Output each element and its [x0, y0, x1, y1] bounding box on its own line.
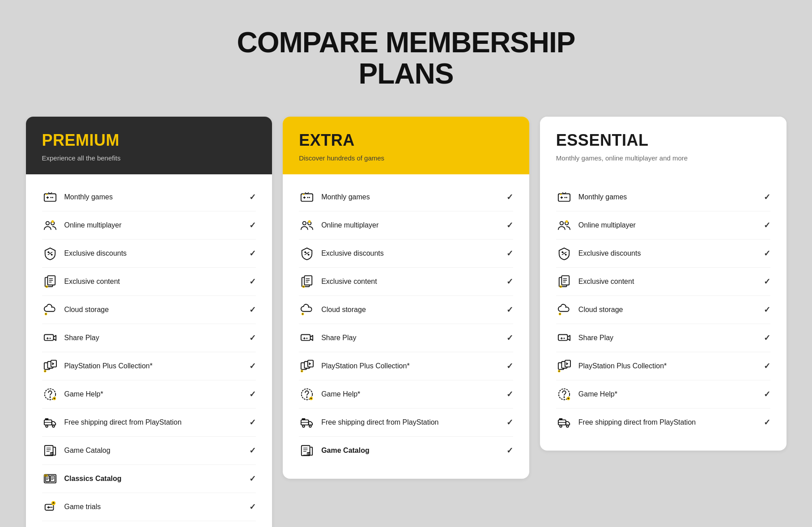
check-icon: ✓: [506, 446, 513, 455]
svg-rect-24: [45, 418, 48, 420]
feature-row: Exclusive discounts✓: [556, 240, 770, 268]
card-extra: EXTRADiscover hundreds of games Monthly …: [283, 117, 529, 479]
svg-point-86: [566, 425, 569, 427]
svg-rect-76: [558, 334, 568, 340]
feature-label: Exclusive discounts: [578, 249, 641, 257]
svg-point-50: [306, 337, 308, 339]
svg-rect-39: [303, 194, 305, 195]
check-icon: ✓: [249, 192, 256, 202]
feature-row: Game Help*✓: [299, 380, 513, 409]
ps-collection-icon: [42, 358, 58, 374]
exclusive-discounts-icon: [42, 245, 58, 261]
feature-row: Game Help*✓: [556, 380, 770, 409]
feature-row: Share Play✓: [299, 324, 513, 352]
feature-row: Free shipping direct from PlayStation✓: [299, 409, 513, 437]
svg-rect-28: [45, 476, 49, 481]
svg-point-77: [563, 337, 565, 339]
feature-label: Online multiplayer: [64, 221, 122, 229]
svg-point-85: [560, 425, 562, 427]
svg-point-7: [47, 251, 49, 253]
check-icon: ✓: [249, 389, 256, 399]
check-icon: ✓: [249, 417, 256, 427]
check-icon: ✓: [506, 389, 513, 399]
feature-row: Exclusive discounts✓: [42, 240, 256, 268]
cloud-storage-icon: [299, 302, 315, 318]
check-icon: ✓: [249, 502, 256, 512]
svg-point-59: [309, 425, 311, 427]
feature-label: Exclusive discounts: [64, 249, 127, 257]
svg-point-6: [51, 220, 54, 223]
check-icon: ✓: [249, 361, 256, 371]
svg-rect-29: [45, 476, 49, 481]
free-shipping-icon: [299, 414, 315, 430]
game-help-icon: [299, 386, 315, 402]
feature-label: PlayStation Plus Collection*: [64, 362, 153, 370]
check-icon: ✓: [764, 249, 770, 258]
check-icon: ✓: [764, 192, 770, 202]
online-multiplayer-icon: [42, 217, 58, 233]
card-header-premium: PREMIUMExperience all the benefits: [26, 117, 272, 174]
plan-name-premium: PREMIUM: [42, 131, 256, 150]
feature-label: Game Help*: [321, 390, 360, 398]
svg-point-23: [52, 425, 55, 427]
free-shipping-icon: [42, 414, 58, 430]
feature-label: Free shipping direct from PlayStation: [578, 418, 696, 426]
game-catalog-icon: [42, 443, 58, 459]
check-icon: ✓: [506, 361, 513, 371]
feature-label: Share Play: [64, 334, 99, 342]
feature-label: PlayStation Plus Collection*: [578, 362, 667, 370]
features-list-extra: Monthly games✓ Online multiplayer✓ Exclu…: [283, 174, 529, 479]
svg-point-71: [565, 254, 567, 256]
feature-label: Free shipping direct from PlayStation: [321, 418, 438, 426]
card-premium: PREMIUMExperience all the benefits Month…: [26, 117, 272, 527]
feature-label: Share Play: [578, 334, 613, 342]
feature-row: Cloud storage✓: [299, 296, 513, 324]
check-icon: ✓: [249, 220, 256, 230]
feature-label: Game Catalog: [64, 447, 111, 455]
svg-point-67: [560, 221, 563, 225]
feature-row: Cloud streaming✓: [42, 521, 256, 527]
exclusive-discounts-icon: [299, 245, 315, 261]
game-catalog-icon: [299, 443, 315, 459]
feature-label: Monthly games: [64, 193, 113, 201]
card-header-extra: EXTRADiscover hundreds of games: [283, 117, 529, 174]
svg-point-64: [566, 197, 567, 198]
ps-collection-icon: [556, 358, 572, 374]
feature-label: Exclusive discounts: [321, 249, 384, 257]
feature-row: PlayStation Plus Collection*✓: [556, 352, 770, 380]
ps-collection-icon: [299, 358, 315, 374]
feature-label: Exclusive content: [321, 278, 377, 286]
features-list-premium: Monthly games✓ Online multiplayer✓ Exclu…: [26, 174, 272, 527]
svg-rect-66: [560, 194, 561, 195]
exclusive-content-icon: [42, 274, 58, 290]
exclusive-discounts-icon: [556, 245, 572, 261]
game-help-icon: [556, 386, 572, 402]
check-icon: ✓: [764, 305, 770, 315]
svg-point-4: [46, 221, 49, 225]
monthly-games-icon: [556, 189, 572, 205]
feature-label: Game trials: [64, 503, 101, 511]
share-play-icon: [42, 330, 58, 346]
svg-rect-63: [558, 194, 570, 201]
share-play-icon: [556, 330, 572, 346]
feature-label: Game Help*: [578, 390, 617, 398]
svg-point-34: [49, 506, 51, 508]
check-icon: ✓: [249, 446, 256, 455]
feature-row: Monthly games✓: [42, 183, 256, 211]
feature-label: Cloud storage: [578, 306, 623, 314]
feature-row: PlayStation Plus Collection*✓: [299, 352, 513, 380]
feature-row: Cloud storage✓: [42, 296, 256, 324]
svg-rect-60: [302, 418, 306, 420]
feature-label: Cloud storage: [321, 306, 366, 314]
feature-row: Share Play✓: [42, 324, 256, 352]
feature-row: Exclusive discounts✓: [299, 240, 513, 268]
feature-row: Share Play✓: [556, 324, 770, 352]
feature-row: Online multiplayer✓: [556, 211, 770, 240]
online-multiplayer-icon: [299, 217, 315, 233]
svg-rect-30: [50, 476, 54, 481]
online-multiplayer-icon: [556, 217, 572, 233]
feature-label: Online multiplayer: [321, 221, 378, 229]
plan-name-extra: EXTRA: [299, 131, 513, 150]
svg-point-40: [303, 221, 306, 225]
feature-row: Exclusive content✓: [556, 268, 770, 296]
